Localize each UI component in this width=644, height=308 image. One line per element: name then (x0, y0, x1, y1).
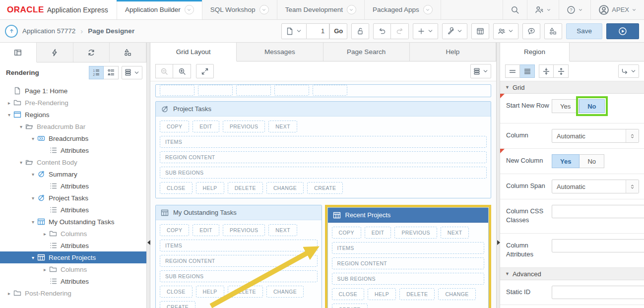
administration-menu[interactable] (527, 0, 559, 19)
sort-by-order-button[interactable] (89, 66, 104, 79)
grid-slot[interactable]: SUB REGIONS (332, 273, 485, 285)
grid-action-button[interactable]: NEXT (441, 227, 469, 239)
tree-item-summary[interactable]: ▾Summary (0, 168, 146, 180)
static-id-input[interactable] (552, 286, 644, 299)
breadcrumb-application[interactable]: Application 57772 (22, 27, 75, 35)
search-button[interactable] (503, 0, 527, 19)
chevron-down-icon[interactable] (259, 5, 269, 14)
team-dev-menu-button[interactable] (493, 23, 518, 39)
region-header[interactable]: My Outstanding Tasks (156, 205, 322, 220)
tab-page-search[interactable]: Page Search (323, 43, 410, 61)
user-menu[interactable]: APEX (590, 0, 644, 19)
expand-icon[interactable]: ▸ (5, 100, 13, 106)
grid-action-button[interactable]: EDIT (193, 121, 219, 132)
grid-action-button[interactable]: CREATE (307, 182, 343, 194)
grid-action-button[interactable]: HELP (368, 288, 396, 300)
region-partial-top[interactable] (155, 84, 491, 97)
collapse-icon[interactable]: ▾ (17, 160, 25, 165)
page-view-button[interactable] (471, 23, 489, 39)
tab-sql-workshop[interactable]: SQL Workshop (202, 0, 277, 19)
collapse-icon[interactable]: ▾ (17, 124, 25, 129)
region-header[interactable]: Recent Projects (328, 208, 489, 223)
tree-menu-button[interactable] (122, 66, 142, 79)
tab-application-builder[interactable]: Application Builder (117, 0, 202, 19)
grid-action-button[interactable]: CLOSE (160, 286, 193, 298)
help-menu[interactable] (559, 0, 590, 19)
grid-slot[interactable]: REGION CONTENT (160, 151, 487, 163)
new-column-no-button[interactable]: No (580, 154, 604, 168)
tree-item-page[interactable]: Page 1: Home (0, 85, 146, 97)
spinner-icon[interactable] (626, 180, 639, 193)
grid-action-button[interactable]: EDIT (365, 227, 391, 239)
tree-item-post-rendering[interactable]: ▸Post-Rendering (0, 287, 146, 299)
start-new-row-no-button-highlighted[interactable]: No (579, 99, 604, 113)
grid-action-button[interactable]: CREATE (332, 304, 368, 308)
tree-item-attributes[interactable]: Attributes (0, 204, 146, 216)
tree-item-breadcrumb-bar[interactable]: ▾Breadcrumb Bar (0, 121, 146, 132)
go-button[interactable]: Go (329, 23, 347, 39)
grid-action-stub[interactable] (198, 85, 233, 96)
section-grid[interactable]: ▼Grid (500, 81, 644, 94)
grid-action-button[interactable]: CLOSE (332, 288, 365, 300)
grid-action-button[interactable]: PREVIOUS (223, 121, 265, 132)
run-button[interactable] (606, 23, 639, 39)
tab-rendering[interactable] (0, 43, 37, 62)
column-attributes-input[interactable] (552, 239, 644, 252)
expand-icon[interactable]: ▸ (5, 291, 13, 296)
create-menu-button[interactable] (413, 23, 438, 39)
tree-item-breadcrumbs[interactable]: ▾Breadcrumbs (0, 132, 146, 144)
grid-slot[interactable]: SUB REGIONS (160, 270, 318, 282)
tab-processing[interactable] (73, 43, 110, 62)
show-all-button[interactable] (520, 64, 535, 78)
tab-grid-layout[interactable]: Grid Layout (150, 43, 237, 62)
grid-slot[interactable]: REGION CONTENT (160, 255, 318, 267)
collapse-icon[interactable]: ▾ (29, 136, 37, 141)
grid-action-stub[interactable] (160, 85, 194, 96)
grid-slot[interactable]: ITEMS (160, 136, 487, 148)
collapse-icon[interactable]: ▾ (5, 112, 13, 118)
column-select[interactable]: Automatic (552, 129, 639, 143)
collapse-icon[interactable]: ▾ (29, 219, 37, 225)
grid-action-stub[interactable] (236, 85, 271, 96)
left-splitter[interactable] (146, 43, 150, 308)
grid-action-button[interactable]: NEXT (268, 224, 297, 236)
grid-action-stub[interactable] (313, 85, 347, 96)
expand-icon[interactable]: ▸ (41, 231, 49, 237)
grid-action-button[interactable]: DELETE (228, 182, 263, 194)
tree-item-attributes[interactable]: Attributes (0, 144, 146, 156)
column-span-select[interactable]: Automatic (552, 180, 639, 193)
region-my-outstanding-tasks[interactable]: My Outstanding Tasks COPYEDITPREVIOUSNEX… (155, 205, 322, 308)
tree-item-content-body[interactable]: ▾Content Body (0, 156, 146, 168)
grid-slot[interactable]: SUB REGIONS (160, 167, 487, 179)
tab-packaged-apps[interactable]: Packaged Apps (365, 0, 441, 19)
tree-item-recent-projects-selected[interactable]: ▾Recent Projects (0, 251, 146, 263)
grid-action-button[interactable]: HELP (196, 286, 224, 298)
chevron-down-icon[interactable] (423, 5, 433, 14)
chevron-down-icon[interactable] (185, 5, 194, 14)
grid-action-button[interactable]: DELETE (399, 288, 435, 300)
tab-team-development[interactable]: Team Development (277, 0, 365, 19)
column-css-classes-input[interactable] (552, 205, 644, 218)
tree-item-pre-rendering[interactable]: ▸Pre-Rendering (0, 97, 146, 109)
grid-action-button[interactable]: CLOSE (160, 182, 193, 194)
section-advanced[interactable]: ▼Advanced (500, 268, 644, 280)
save-button[interactable]: Save (566, 23, 602, 39)
sort-by-type-button[interactable] (104, 66, 119, 79)
tree-item-regions[interactable]: ▾Regions (0, 109, 146, 121)
page-number-input[interactable] (307, 23, 329, 39)
collapse-all-button[interactable] (539, 64, 554, 78)
expand-all-button[interactable] (554, 64, 569, 78)
right-splitter[interactable] (496, 43, 500, 308)
grid-action-button[interactable]: COPY (160, 121, 189, 132)
show-common-button[interactable] (505, 64, 520, 78)
grid-slot[interactable]: REGION CONTENT (332, 257, 485, 269)
tab-page-shared-components[interactable] (110, 43, 146, 62)
undo-button[interactable] (373, 23, 391, 39)
tree-item-attributes[interactable]: Attributes (0, 240, 146, 251)
grid-action-button[interactable]: EDIT (193, 224, 219, 236)
grid-action-button[interactable]: NEXT (268, 121, 297, 132)
page-selector-button[interactable] (281, 23, 307, 39)
spinner-icon[interactable] (626, 129, 639, 142)
grid-action-button[interactable]: CHANGE (266, 182, 304, 194)
grid-action-button[interactable]: CREATE (160, 301, 195, 308)
